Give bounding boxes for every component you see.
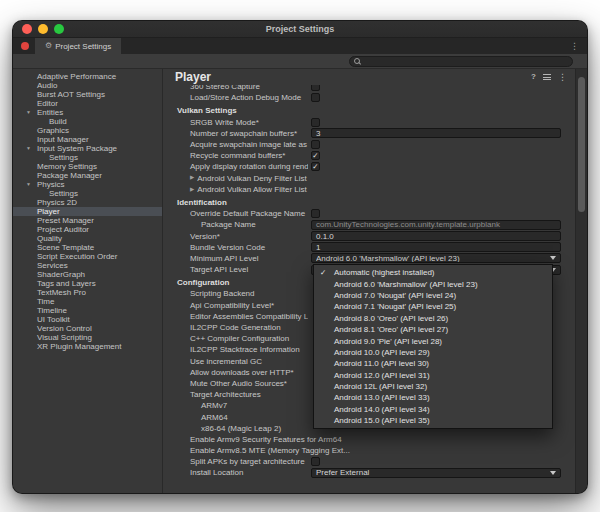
foldout-open-icon[interactable]: ▼ (26, 182, 31, 187)
sidebar-item-visual-scripting[interactable]: Visual Scripting (13, 333, 162, 342)
setting-label-text: Android Vulkan Deny Filter List (197, 174, 307, 183)
presets-icon[interactable] (543, 73, 551, 81)
sidebar-item-timeline[interactable]: Timeline (13, 306, 162, 315)
sidebar-item-settings[interactable]: Settings (13, 189, 162, 198)
menu-item-android-11-0-api-level-30[interactable]: Android 11.0 (API level 30) (314, 358, 552, 369)
text-field[interactable]: 0.1.0 (311, 231, 561, 241)
sidebar-item-tags-and-layers[interactable]: Tags and Layers (13, 279, 162, 288)
sidebar-item-player[interactable]: Player (13, 207, 162, 216)
sidebar-item-physics[interactable]: ▼Physics (13, 180, 162, 189)
section-identification: Identification (163, 197, 575, 208)
sidebar-item-adaptive-performance[interactable]: Adaptive Performance (13, 72, 162, 81)
sidebar-item-version-control[interactable]: Version Control (13, 324, 162, 333)
checkbox[interactable] (311, 209, 320, 218)
sidebar-item-label: Visual Scripting (37, 333, 92, 342)
sidebar-item-script-execution-order[interactable]: Script Execution Order (13, 252, 162, 261)
menu-item-android-7-1-nougat-api-level-25[interactable]: Android 7.1 'Nougat' (API level 25) (314, 301, 552, 312)
menu-item-android-7-0-nougat-api-level-24[interactable]: Android 7.0 'Nougat' (API level 24) (314, 290, 552, 301)
tab-project-settings[interactable]: ⚙ Project Settings (35, 38, 121, 54)
sidebar-item-memory-settings[interactable]: Memory Settings (13, 162, 162, 171)
dropdown[interactable]: Android 6.0 'Marshmallow' (API level 23) (311, 253, 561, 263)
setting-label: Install Location (163, 468, 308, 477)
dropdown[interactable]: Prefer External (311, 468, 561, 478)
sidebar-item-ui-toolkit[interactable]: UI Toolkit (13, 315, 162, 324)
foldout-closed-icon[interactable]: ▶ (190, 187, 194, 193)
scrollbar[interactable] (575, 69, 587, 494)
setting-label-text: IL2CPP Code Generation (190, 323, 281, 332)
checkbox[interactable] (311, 457, 320, 466)
text-field[interactable]: 1 (311, 242, 561, 252)
traffic-lights (22, 24, 64, 34)
sidebar-item-label: Project Auditor (37, 225, 89, 234)
setting-label-text: Acquire swapchain image late as possible (190, 140, 308, 149)
sidebar-item-preset-manager[interactable]: Preset Manager (13, 216, 162, 225)
close-button[interactable] (22, 24, 32, 34)
text-field[interactable]: com.UnityTechnologies.com.unity.template… (311, 220, 561, 230)
sidebar-item-scene-template[interactable]: Scene Template (13, 243, 162, 252)
sidebar-item-build[interactable]: Build (13, 117, 162, 126)
foldout-closed-icon[interactable]: ▶ (190, 175, 194, 181)
foldout-open-icon[interactable]: ▼ (26, 146, 31, 151)
setting-minimum-api-level: Minimum API LevelAndroid 6.0 'Marshmallo… (163, 253, 575, 264)
tab-menu-icon[interactable]: ⋮ (570, 42, 579, 51)
setting-label-text: x86-64 (Magic Leap 2) (201, 424, 281, 433)
setting-value: com.UnityTechnologies.com.unity.template… (311, 220, 561, 229)
sidebar-item-burst-aot-settings[interactable]: Burst AOT Settings (13, 90, 162, 99)
scrollbar-thumb[interactable] (578, 77, 585, 212)
checkbox[interactable]: ✓ (311, 162, 320, 171)
checkbox[interactable] (311, 140, 320, 149)
menu-item-android-13-0-api-level-33[interactable]: Android 13.0 (API level 33) (314, 392, 552, 403)
sidebar-item-time[interactable]: Time (13, 297, 162, 306)
sidebar-item-label: Script Execution Order (37, 252, 117, 261)
minimize-button[interactable] (38, 24, 48, 34)
sidebar-item-audio[interactable]: Audio (13, 81, 162, 90)
menu-item-android-6-0-marshmallow-api-level-23[interactable]: Android 6.0 'Marshmallow' (API level 23) (314, 278, 552, 289)
sidebar-item-label: Input Manager (37, 135, 89, 144)
setting-label-text: Editor Assemblies Compatibility Level* (190, 312, 308, 321)
menu-item-automatic-highest-installed[interactable]: ✓Automatic (highest installed) (314, 267, 552, 278)
sidebar-item-input-system-package[interactable]: ▼Input System Package (13, 144, 162, 153)
sidebar-item-textmesh-pro[interactable]: TextMesh Pro (13, 288, 162, 297)
foldout-open-icon[interactable]: ▼ (26, 110, 31, 115)
sidebar-item-input-manager[interactable]: Input Manager (13, 135, 162, 144)
sidebar-item-shadergraph[interactable]: ShaderGraph (13, 270, 162, 279)
setting-label: ARMv7 (163, 401, 308, 410)
sidebar-item-graphics[interactable]: Graphics (13, 126, 162, 135)
sidebar-item-quality[interactable]: Quality (13, 234, 162, 243)
menu-item-android-10-0-api-level-29[interactable]: Android 10.0 (API level 29) (314, 347, 552, 358)
sidebar-item-entities[interactable]: ▼Entities (13, 108, 162, 117)
zoom-button[interactable] (54, 24, 64, 34)
search-field[interactable] (349, 56, 573, 67)
setting-label: Package Name (163, 220, 308, 229)
sidebar-item-services[interactable]: Services (13, 261, 162, 270)
search-input[interactable] (364, 57, 568, 66)
help-icon[interactable]: ? (531, 73, 536, 81)
sidebar-item-label: XR Plugin Management (37, 342, 122, 351)
sidebar-item-editor[interactable]: Editor (13, 99, 162, 108)
sidebar-item-project-auditor[interactable]: Project Auditor (13, 225, 162, 234)
menu-item-android-8-0-oreo-api-level-26[interactable]: Android 8.0 'Oreo' (API level 26) (314, 313, 552, 324)
menu-item-android-12l-api-level-32[interactable]: Android 12L (API level 32) (314, 381, 552, 392)
setting-load-store-action-debug-mode: Load/Store Action Debug Mode (163, 92, 575, 103)
text-field[interactable]: 3 (311, 128, 561, 138)
panel-close-button[interactable] (21, 42, 29, 50)
checkbox[interactable] (311, 85, 320, 91)
menu-item-android-8-1-oreo-api-level-27[interactable]: Android 8.1 'Oreo' (API level 27) (314, 324, 552, 335)
sidebar-item-settings[interactable]: Settings (13, 153, 162, 162)
sidebar-item-physics-2d[interactable]: Physics 2D (13, 198, 162, 207)
titlebar[interactable]: Project Settings (13, 21, 587, 38)
setting-label: 360 Stereo Capture (163, 85, 308, 91)
section-title: Configuration (163, 278, 229, 287)
menu-item-android-12-0-api-level-31[interactable]: Android 12.0 (API level 31) (314, 370, 552, 381)
menu-item-android-9-0-pie-api-level-28[interactable]: Android 9.0 'Pie' (API level 28) (314, 335, 552, 346)
menu-item-android-14-0-api-level-34[interactable]: Android 14.0 (API level 34) (314, 404, 552, 415)
setting-label: Api Compatibility Level* (163, 301, 308, 310)
section-vulkan-settings: Vulkan Settings (163, 105, 575, 116)
checkbox[interactable] (311, 118, 320, 127)
checkbox[interactable] (311, 93, 320, 102)
more-icon[interactable]: ⋮ (558, 73, 567, 82)
checkbox[interactable]: ✓ (311, 151, 320, 160)
sidebar-item-xr-plugin-management[interactable]: XR Plugin Management (13, 342, 162, 351)
sidebar-item-package-manager[interactable]: Package Manager (13, 171, 162, 180)
menu-item-android-15-0-api-level-35[interactable]: Android 15.0 (API level 35) (314, 415, 552, 426)
